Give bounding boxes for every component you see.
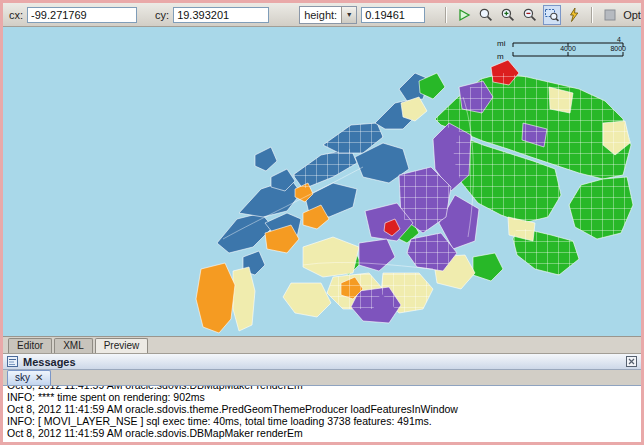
toolbar-separator [445, 7, 447, 23]
messages-header: Messages [3, 354, 641, 370]
svg-text:mi: mi [497, 39, 506, 48]
height-select[interactable]: height: ▼ [299, 6, 357, 24]
cx-label: cx: [9, 9, 23, 21]
tab-xml[interactable]: XML [54, 338, 93, 353]
log-line: INFO: [ MOVI_LAYER_NSE ] sql exec time: … [7, 415, 637, 427]
toolbar-separator [591, 7, 593, 23]
run-button[interactable] [455, 5, 473, 25]
height-select-value: height: [300, 9, 341, 21]
tab-editor[interactable]: Editor [8, 338, 52, 353]
svg-text:8000: 8000 [610, 45, 626, 52]
identify-button[interactable] [565, 5, 583, 25]
tab-sky[interactable]: sky ✕ [7, 370, 51, 385]
zoom-reset-button[interactable] [477, 5, 495, 25]
zoom-box-icon [544, 7, 560, 23]
zoom-in-button[interactable] [499, 5, 517, 25]
zoom-reset-icon [478, 7, 494, 23]
run-icon [456, 7, 472, 23]
zoom-out-icon [522, 7, 538, 23]
tab-preview[interactable]: Preview [95, 338, 149, 353]
cy-label: cy: [155, 9, 169, 21]
log-output[interactable]: Oct 8, 2012 11:41:59 AM oracle.sdovis.DB… [3, 386, 641, 442]
log-line: Oct 8, 2012 11:41:59 AM oracle.sdovis.DB… [7, 427, 637, 439]
zoom-in-icon [500, 7, 516, 23]
svg-text:4: 4 [617, 36, 621, 43]
cx-input[interactable] [27, 7, 137, 23]
messages-title: Messages [23, 356, 76, 368]
messages-icon [7, 356, 18, 367]
svg-text:4000: 4000 [560, 45, 576, 52]
scale-bar: mi 4 m 4000 8000 [495, 35, 631, 65]
app-window: cx: cy: height: ▼ [0, 0, 644, 445]
toolbar: cx: cy: height: ▼ [3, 3, 641, 27]
zoom-box-button[interactable] [543, 5, 561, 25]
cy-input[interactable] [173, 7, 269, 23]
map-viewport[interactable]: mi 4 m 4000 8000 [3, 27, 641, 337]
log-line: Oct 8, 2012 11:41:59 AM oracle.sdovis.th… [7, 403, 637, 415]
editor-tabstrip: Editor XML Preview [3, 337, 641, 354]
stop-button[interactable] [601, 5, 619, 25]
tab-sky-label: sky [15, 372, 30, 383]
log-line: INFO: **** time spent on rendering: 902m… [7, 391, 637, 403]
stop-icon [602, 7, 618, 23]
chevron-down-icon: ▼ [341, 7, 356, 23]
messages-tabstrip: sky ✕ [3, 370, 641, 386]
zoom-out-button[interactable] [521, 5, 539, 25]
svg-text:m: m [497, 52, 504, 61]
map-regions [196, 60, 633, 333]
close-tab-icon[interactable]: ✕ [35, 373, 43, 383]
height-input[interactable] [361, 7, 425, 23]
options-button[interactable]: Options [623, 9, 644, 21]
map-canvas [3, 27, 641, 336]
close-messages-icon[interactable] [626, 356, 637, 367]
identify-icon [566, 7, 582, 23]
